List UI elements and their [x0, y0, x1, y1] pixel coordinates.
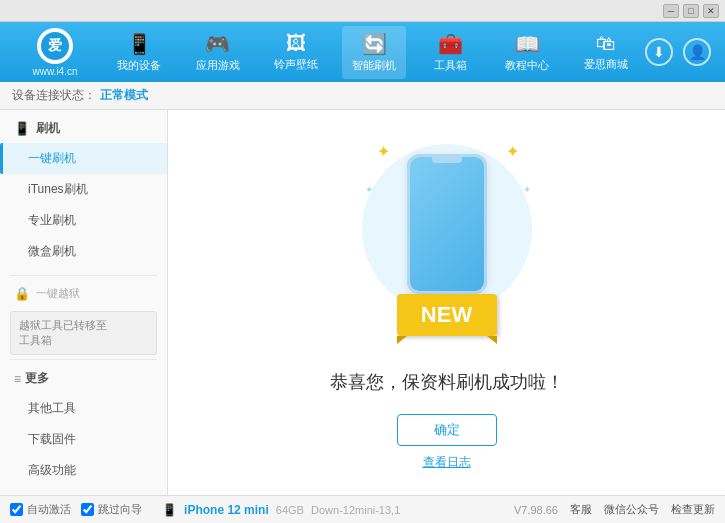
sidebar-one-click-flash-label: 一键刷机: [28, 151, 76, 165]
nav-my-device-label: 我的设备: [117, 58, 161, 73]
sidebar-item-pro-flash[interactable]: 专业刷机: [0, 205, 167, 236]
auto-activate-checkbox-area[interactable]: 自动激活: [10, 502, 71, 517]
phone-notch: [432, 157, 462, 163]
check-update-link[interactable]: 检查更新: [671, 502, 715, 517]
nav-toolbox[interactable]: 🧰 工具箱: [421, 26, 481, 79]
device-storage: 64GB: [276, 504, 304, 516]
bottombar: 自动激活 跳过向导 📱 iPhone 12 mini 64GB Down-12m…: [0, 495, 725, 523]
nav-apps-games-label: 应用游戏: [196, 58, 240, 73]
sidebar-item-one-click-flash[interactable]: 一键刷机: [0, 143, 167, 174]
sidebar-jailbreak-label: 一键越狱: [36, 286, 80, 301]
sidebar-item-advanced[interactable]: 高级功能: [0, 455, 167, 486]
sidebar-advanced-label: 高级功能: [28, 463, 76, 477]
logo-area: 爱 www.i4.cn: [10, 28, 100, 77]
logo-text: www.i4.cn: [32, 66, 77, 77]
nav-apps-games[interactable]: 🎮 应用游戏: [186, 26, 250, 79]
account-button[interactable]: 👤: [683, 38, 711, 66]
status-value: 正常模式: [100, 87, 148, 104]
main-layout: 📱 刷机 一键刷机 iTunes刷机 专业刷机 微盒刷机 🔒 一键越狱 越狱工具…: [0, 110, 725, 495]
minimize-button[interactable]: ─: [663, 4, 679, 18]
sidebar-jailbreak-notice-text: 越狱工具已转移至工具箱: [19, 319, 107, 346]
version-label: V7.98.66: [514, 504, 558, 516]
sidebar-item-micro-flash[interactable]: 微盒刷机: [0, 236, 167, 267]
nav-smart-flash[interactable]: 🔄 智能刷机: [342, 26, 406, 79]
titlebar: ─ □ ✕: [0, 0, 725, 22]
sidebar-pro-flash-label: 专业刷机: [28, 213, 76, 227]
sidebar: 📱 刷机 一键刷机 iTunes刷机 专业刷机 微盒刷机 🔒 一键越狱 越狱工具…: [0, 110, 168, 495]
sidebar-more-header: ≡ 更多: [0, 364, 167, 393]
sidebar-divider-2: [10, 359, 157, 360]
phone-shape: [407, 154, 487, 294]
download-button[interactable]: ⬇: [645, 38, 673, 66]
sidebar-more-label: 更多: [25, 370, 49, 387]
nav-tutorial-label: 教程中心: [505, 58, 549, 73]
skip-guide-label: 跳过向导: [98, 502, 142, 517]
auto-activate-checkbox[interactable]: [10, 503, 23, 516]
more-icon: ≡: [14, 372, 21, 386]
my-device-icon: 📱: [127, 32, 152, 56]
new-badge: NEW: [397, 294, 497, 336]
nav-shop-label: 爱思商城: [584, 57, 628, 72]
device-model: Down-12mini-13,1: [311, 504, 400, 516]
confirm-button[interactable]: 确定: [397, 414, 497, 446]
sidebar-section-flash-header[interactable]: 📱 刷机: [0, 114, 167, 143]
smart-flash-icon: 🔄: [362, 32, 387, 56]
jailbreak-lock-icon: 🔒: [14, 286, 30, 301]
nav-tutorial[interactable]: 📖 教程中心: [495, 26, 559, 79]
guide-link[interactable]: 查看日志: [423, 454, 471, 471]
sidebar-itunes-flash-label: iTunes刷机: [28, 182, 88, 196]
sidebar-other-tools-label: 其他工具: [28, 401, 76, 415]
nav-wallpaper-label: 铃声壁纸: [274, 57, 318, 72]
sparkle-small-2-icon: ✦: [523, 184, 531, 195]
content-area: ✦ ✦ ✦ ✦ NEW 恭喜您，保资料刷机成功啦！ 确定 查看日志: [168, 110, 725, 495]
close-button[interactable]: ✕: [703, 4, 719, 18]
nav-wallpaper[interactable]: 🖼 铃声壁纸: [264, 26, 328, 78]
success-text: 恭喜您，保资料刷机成功啦！: [330, 370, 564, 394]
phone-illustration: ✦ ✦ ✦ ✦ NEW: [347, 134, 547, 354]
device-phone-icon: 📱: [162, 503, 177, 517]
titlebar-controls: ─ □ ✕: [663, 4, 719, 18]
sidebar-item-other-tools[interactable]: 其他工具: [0, 393, 167, 424]
status-label: 设备连接状态：: [12, 87, 96, 104]
sidebar-micro-flash-label: 微盒刷机: [28, 244, 76, 258]
phone-screen: [410, 157, 484, 291]
sparkle-small-1-icon: ✦: [365, 184, 373, 195]
bottom-left: 自动激活 跳过向导 📱 iPhone 12 mini 64GB Down-12m…: [10, 502, 498, 517]
flash-section-label: 刷机: [36, 120, 60, 137]
sidebar-divider-1: [10, 275, 157, 276]
tutorial-icon: 📖: [515, 32, 540, 56]
device-info: 📱 iPhone 12 mini 64GB Down-12mini-13,1: [162, 503, 400, 517]
sidebar-download-firmware-label: 下载固件: [28, 432, 76, 446]
statusbar: 设备连接状态： 正常模式: [0, 82, 725, 110]
sidebar-section-flash: 📱 刷机 一键刷机 iTunes刷机 专业刷机 微盒刷机: [0, 110, 167, 271]
nav-smart-flash-label: 智能刷机: [352, 58, 396, 73]
flash-section-icon: 📱: [14, 121, 30, 136]
nav-right: ⬇ 👤: [645, 38, 715, 66]
sparkle-right-icon: ✦: [506, 142, 519, 161]
wallpaper-icon: 🖼: [286, 32, 306, 55]
sidebar-jailbreak-grayed: 🔒 一键越狱: [0, 280, 167, 307]
apps-games-icon: 🎮: [205, 32, 230, 56]
sidebar-item-download-firmware[interactable]: 下载固件: [0, 424, 167, 455]
device-name: iPhone 12 mini: [184, 503, 269, 517]
nav-items: 📱 我的设备 🎮 应用游戏 🖼 铃声壁纸 🔄 智能刷机 🧰 工具箱 📖 教程中心…: [100, 26, 645, 79]
customer-service-link[interactable]: 客服: [570, 502, 592, 517]
nav-shop[interactable]: 🛍 爱思商城: [574, 26, 638, 78]
new-ribbon: NEW: [397, 294, 497, 344]
nav-toolbox-label: 工具箱: [434, 58, 467, 73]
sidebar-jailbreak-notice: 越狱工具已转移至工具箱: [10, 311, 157, 355]
shop-icon: 🛍: [596, 32, 616, 55]
maximize-button[interactable]: □: [683, 4, 699, 18]
nav-my-device[interactable]: 📱 我的设备: [107, 26, 171, 79]
skip-guide-checkbox-area[interactable]: 跳过向导: [81, 502, 142, 517]
auto-activate-label: 自动激活: [27, 502, 71, 517]
logo-icon: 爱: [41, 32, 69, 60]
toolbox-icon: 🧰: [438, 32, 463, 56]
sparkle-left-icon: ✦: [377, 142, 390, 161]
wechat-link[interactable]: 微信公众号: [604, 502, 659, 517]
bottom-right: V7.98.66 客服 微信公众号 检查更新: [514, 502, 715, 517]
sidebar-item-itunes-flash[interactable]: iTunes刷机: [0, 174, 167, 205]
logo-circle: 爱: [37, 28, 73, 64]
skip-guide-checkbox[interactable]: [81, 503, 94, 516]
header: 爱 www.i4.cn 📱 我的设备 🎮 应用游戏 🖼 铃声壁纸 🔄 智能刷机 …: [0, 22, 725, 82]
